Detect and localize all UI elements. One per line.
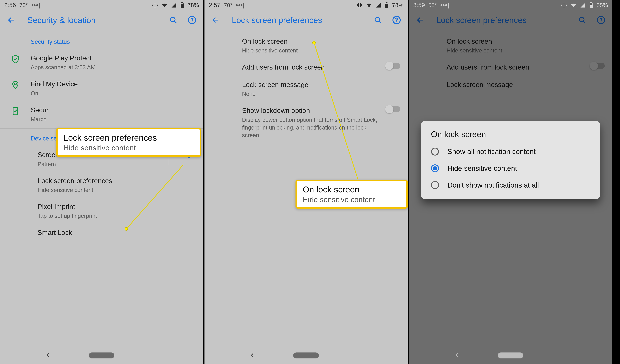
callout-subtitle: Hide sensitive content: [303, 194, 401, 204]
status-temp: 70°: [224, 2, 232, 8]
callout-lock-screen-preferences: Lock screen preferences Hide sensitive c…: [56, 128, 201, 157]
search-button[interactable]: [168, 15, 178, 25]
dialog-title: On lock screen: [421, 129, 600, 143]
back-button[interactable]: [6, 15, 16, 25]
row-security-update[interactable]: Secur March: [0, 101, 203, 127]
row-on-lock-screen[interactable]: On lock screen Hide sensitive content: [204, 33, 408, 59]
option-label: Hide sensitive content: [448, 164, 517, 172]
appbar-title: Security & location: [27, 15, 160, 25]
row-find-my-device[interactable]: Find My Device On: [0, 75, 203, 101]
search-button[interactable]: [577, 15, 588, 25]
status-temp: 55°: [428, 2, 437, 8]
nav-home-pill[interactable]: [293, 352, 319, 358]
nav-home-pill[interactable]: [498, 352, 523, 358]
wifi-icon: [161, 2, 168, 8]
add-users-toggle[interactable]: [385, 63, 402, 69]
dialog-on-lock-screen: On lock screen Show all notification con…: [421, 121, 600, 199]
option-show-all[interactable]: Show all notification content: [421, 143, 600, 160]
nav-back-button[interactable]: [249, 351, 255, 360]
status-temp: 70°: [19, 2, 28, 8]
status-battery: 78%: [187, 2, 199, 8]
row-title: Find My Device: [31, 80, 197, 89]
svg-rect-0: [154, 3, 156, 7]
vibrate-icon: [152, 2, 158, 8]
cell-signal-icon: [580, 2, 586, 8]
add-users-toggle[interactable]: [589, 63, 606, 69]
row-title: Secur: [31, 106, 197, 114]
wifi-icon: [570, 2, 577, 8]
row-title: Lock screen message: [447, 80, 606, 89]
row-subtitle: Hide sensitive content: [447, 46, 606, 54]
status-time: 2:57: [209, 2, 220, 9]
row-google-play-protect[interactable]: Google Play Protect Apps scanned at 3:03…: [0, 49, 203, 75]
radio-unchecked-icon: [431, 148, 439, 155]
option-label: Don't show notifications at all: [448, 181, 539, 189]
option-label: Show all notification content: [448, 148, 536, 156]
row-lock-screen-message[interactable]: Lock screen message None: [204, 76, 408, 102]
row-add-users-from-lock-screen[interactable]: Add users from lock screen: [204, 59, 408, 76]
wifi-icon: [366, 2, 372, 8]
shield-check-icon: [7, 54, 24, 64]
row-subtitle: Tap to set up fingerprint: [38, 211, 197, 220]
toggle-off-icon: [386, 106, 400, 112]
radio-checked-icon: [431, 164, 439, 172]
nav-back-button[interactable]: [45, 351, 51, 360]
appbar-title: Lock screen preferences: [436, 15, 569, 25]
row-smart-lock[interactable]: Smart Lock: [0, 224, 203, 241]
phone-check-icon: [7, 106, 24, 116]
status-bar: 2:56 70° •••| 78%: [0, 0, 203, 10]
callout-subtitle: Hide sensitive content: [63, 143, 194, 152]
row-subtitle: Hide sensitive content: [242, 46, 402, 54]
row-subtitle: Apps scanned at 3:03 AM: [31, 62, 197, 71]
status-battery: 55%: [597, 2, 608, 8]
status-time: 2:56: [4, 2, 16, 9]
help-button[interactable]: [187, 15, 197, 25]
callout-anchor-dot: [124, 227, 128, 231]
row-subtitle: Pattern: [38, 159, 162, 168]
system-nav-bar: [204, 347, 408, 364]
svg-rect-12: [386, 2, 387, 3]
row-lock-screen-message[interactable]: Lock screen message: [409, 76, 612, 93]
row-subtitle: March: [31, 114, 197, 123]
toggle-off-icon: [386, 63, 400, 69]
radio-unchecked-icon: [431, 181, 439, 189]
row-show-lockdown-option[interactable]: Show lockdown option Display power butto…: [204, 102, 408, 143]
svg-rect-13: [385, 3, 388, 4]
row-subtitle: None: [242, 89, 402, 98]
row-title: Lock screen preferences: [38, 176, 197, 185]
svg-rect-18: [563, 3, 565, 7]
option-dont-show[interactable]: Don't show notifications at all: [421, 177, 600, 194]
back-button[interactable]: [415, 15, 425, 25]
svg-rect-21: [590, 3, 592, 5]
row-on-lock-screen[interactable]: On lock screen Hide sensitive content: [409, 33, 612, 59]
help-button[interactable]: [596, 15, 606, 25]
row-subtitle: Hide sensitive content: [38, 185, 197, 194]
cell-signal-icon: [171, 2, 177, 8]
option-hide-sensitive[interactable]: Hide sensitive content: [421, 160, 600, 177]
callout-title: On lock screen: [303, 184, 401, 194]
row-add-users-from-lock-screen[interactable]: Add users from lock screen: [409, 59, 612, 76]
row-pixel-imprint[interactable]: Pixel Imprint Tap to set up fingerprint: [0, 198, 203, 224]
row-title: Smart Lock: [38, 228, 197, 237]
svg-point-6: [192, 21, 193, 22]
app-bar: Lock screen preferences: [204, 10, 408, 30]
back-button[interactable]: [210, 15, 221, 25]
nav-home-pill[interactable]: [89, 352, 114, 358]
vibrate-icon: [356, 2, 362, 8]
system-nav-bar: [0, 347, 203, 364]
lockdown-toggle[interactable]: [385, 106, 402, 112]
row-lock-screen-preferences[interactable]: Lock screen preferences Hide sensitive c…: [0, 172, 203, 198]
callout-on-lock-screen: On lock screen Hide sensitive content: [295, 180, 408, 209]
status-bar: 3:59 55° •••| 55%: [409, 0, 612, 10]
status-more-icon: •••|: [440, 2, 449, 9]
app-bar: Lock screen preferences: [409, 10, 612, 30]
battery-icon: [180, 2, 184, 8]
nav-back-button[interactable]: [454, 351, 460, 360]
search-button[interactable]: [373, 15, 383, 25]
row-title: On lock screen: [242, 37, 402, 46]
callout-anchor-dot: [312, 41, 316, 44]
help-button[interactable]: [391, 15, 402, 25]
svg-rect-20: [590, 2, 592, 3]
status-time: 3:59: [413, 2, 425, 9]
row-title: Google Play Protect: [31, 54, 197, 62]
